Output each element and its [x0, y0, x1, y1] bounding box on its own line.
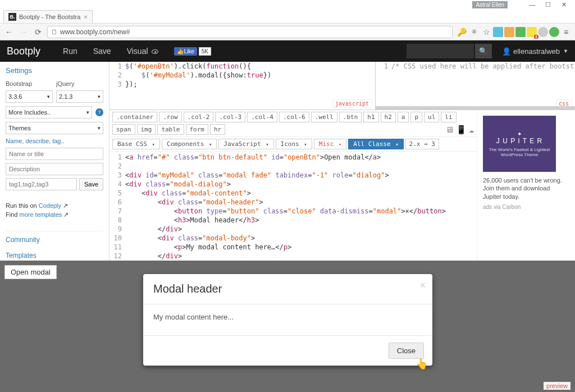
page-icon: 🗋: [51, 28, 58, 36]
open-modal-button[interactable]: Open modal: [4, 265, 57, 279]
extension-4-icon[interactable]: ④: [468, 26, 480, 38]
user-icon: 👤: [502, 47, 511, 56]
snippet-a[interactable]: a: [398, 112, 409, 122]
snippet-span[interactable]: span: [112, 124, 135, 135]
components-dropdown[interactable]: Components ▾: [162, 139, 217, 149]
mobile-icon[interactable]: 📱: [456, 125, 467, 135]
community-link[interactable]: Community: [6, 236, 103, 244]
html-editor[interactable]: .container .row .col-2 .col-3 .col-4 .co…: [109, 110, 477, 261]
cursor-pointer-icon: 👆: [416, 358, 428, 370]
extension-icon-3[interactable]: [515, 27, 526, 37]
help-icon[interactable]: ?: [95, 108, 103, 116]
modal-close-icon[interactable]: ×: [419, 280, 426, 291]
modal-close-button[interactable]: Close: [389, 343, 424, 359]
snippet-h1[interactable]: h1: [363, 112, 378, 122]
reload-button[interactable]: ⟳: [33, 26, 44, 38]
ad-subtitle: The World's Fastest & Lightest WordPress…: [486, 147, 553, 157]
snippet-col3[interactable]: .col-3: [215, 112, 245, 122]
codeply-link[interactable]: Codeply: [39, 202, 61, 209]
back-button[interactable]: ←: [3, 26, 15, 38]
snippet-form[interactable]: form: [186, 124, 209, 135]
extension-icon-5[interactable]: [538, 27, 548, 37]
extension-key-icon[interactable]: 🔑: [456, 26, 467, 38]
version-migrate-button[interactable]: 2.x → 3: [405, 139, 439, 149]
eye-icon: [152, 49, 158, 54]
all-classes-dropdown[interactable]: All Classe ▾: [348, 139, 403, 149]
fb-like-count: 5K: [199, 47, 211, 56]
preview-pane: Open modal × Modal header My modal conte…: [0, 261, 575, 392]
address-bar[interactable]: 🗋 www.bootply.com/new#: [47, 26, 453, 38]
fb-like-button[interactable]: 👍 Like: [174, 47, 197, 56]
extension-icon-4[interactable]: 4: [527, 27, 537, 37]
more-includes-select[interactable]: More Includes..▾: [6, 106, 92, 118]
description-input[interactable]: [6, 163, 103, 175]
nav-visual[interactable]: Visual: [127, 47, 159, 56]
snippet-col4[interactable]: .col-4: [247, 112, 277, 122]
browser-tab[interactable]: B. Bootply - The Bootstra ×: [3, 10, 93, 23]
base-css-dropdown[interactable]: Base CSS ▾: [112, 139, 160, 149]
themes-select[interactable]: Themes▾: [6, 122, 103, 134]
bootstrap-version-select[interactable]: 3.3.6▾: [6, 90, 53, 103]
snippet-toolbar-row1: .container .row .col-2 .col-3 .col-4 .co…: [109, 110, 477, 137]
run-codeply-line: Run this on Codeply ↗: [6, 202, 103, 209]
bootstrap-label: Bootstrap: [6, 80, 53, 87]
chrome-menu-icon[interactable]: ≡: [560, 26, 572, 38]
misc-dropdown[interactable]: Misc ▾: [314, 139, 347, 149]
tab-close-icon[interactable]: ×: [84, 13, 87, 20]
search-input[interactable]: [407, 44, 474, 58]
nav-run[interactable]: Run: [63, 47, 77, 56]
modal-dialog: × Modal header My modal content here... …: [143, 274, 432, 366]
snippet-li[interactable]: li: [441, 112, 456, 122]
jquery-version-select[interactable]: 2.1.3▾: [56, 90, 103, 103]
window-minimize-button[interactable]: —: [524, 1, 540, 8]
extension-icon-6[interactable]: [549, 27, 559, 37]
user-menu[interactable]: 👤ellenastralweb ▼: [502, 47, 568, 56]
modal-body-text: My modal content here...: [143, 304, 432, 335]
javascript-editor[interactable]: 1$('#openBtn').click(function(){ 2 $('#m…: [109, 62, 376, 110]
bookmark-icon[interactable]: ☆: [481, 26, 492, 38]
name-input[interactable]: [6, 148, 103, 160]
snippet-col6[interactable]: .col-6: [279, 112, 309, 122]
snippet-ul[interactable]: ul: [424, 112, 439, 122]
snippet-toolbar-row2: Base CSS ▾ Components ▾ JavaScript ▾ Ico…: [109, 137, 477, 152]
external-link-icon: ↗: [63, 211, 69, 218]
ad-banner[interactable]: ✦ J U P I T E R The World's Fastest & Li…: [483, 116, 556, 172]
css-scrollbar[interactable]: [376, 106, 575, 110]
snippet-container[interactable]: .container: [112, 112, 157, 122]
ad-caption: 26,000 users can't be wrong. Join them a…: [483, 176, 569, 200]
window-close-button[interactable]: ✕: [556, 1, 572, 8]
desktop-icon[interactable]: 🖥: [445, 125, 454, 135]
snippet-h2[interactable]: h2: [381, 112, 396, 122]
snippet-col2[interactable]: .col-2: [184, 112, 214, 122]
tags-input[interactable]: [6, 178, 77, 190]
snippet-img[interactable]: img: [137, 124, 156, 135]
forward-button[interactable]: →: [18, 26, 29, 38]
templates-link[interactable]: Templates: [6, 252, 103, 259]
sidebar-save-button[interactable]: Save: [79, 178, 103, 190]
more-templates-link[interactable]: more templates: [19, 211, 62, 218]
extension-icon-1[interactable]: [493, 27, 503, 37]
tab-title: Bootply - The Bootstra: [19, 13, 80, 20]
snippet-well[interactable]: .well: [311, 112, 337, 122]
snippet-hr[interactable]: hr: [210, 124, 225, 135]
snippet-p[interactable]: p: [410, 112, 422, 122]
cloud-download-icon[interactable]: ☁: [469, 125, 474, 135]
ad-source[interactable]: ads via Carbon: [483, 204, 569, 210]
bootply-logo[interactable]: Bootply: [7, 45, 40, 57]
snippet-table[interactable]: table: [157, 124, 184, 135]
window-user-label: Astral Ellen: [472, 1, 508, 8]
nav-save[interactable]: Save: [93, 47, 111, 56]
css-editor[interactable]: 1/* CSS used here will be applied after …: [376, 62, 575, 110]
window-maximize-button[interactable]: ☐: [540, 1, 556, 8]
extension-icon-2[interactable]: [504, 27, 514, 37]
snippet-btn[interactable]: .btn: [339, 112, 362, 122]
name-describe-link[interactable]: Name, describe, tag..: [6, 138, 103, 144]
icons-dropdown[interactable]: Icons ▾: [276, 139, 312, 149]
javascript-dropdown[interactable]: JavaScript ▾: [218, 139, 273, 149]
javascript-pane-label: javascript: [332, 99, 372, 108]
snippet-row[interactable]: .row: [159, 112, 182, 122]
search-button[interactable]: 🔍: [475, 44, 492, 58]
external-link-icon: ↗: [63, 202, 68, 209]
find-templates-line: Find more templates ↗: [6, 211, 103, 218]
settings-heading: Settings: [6, 66, 103, 75]
